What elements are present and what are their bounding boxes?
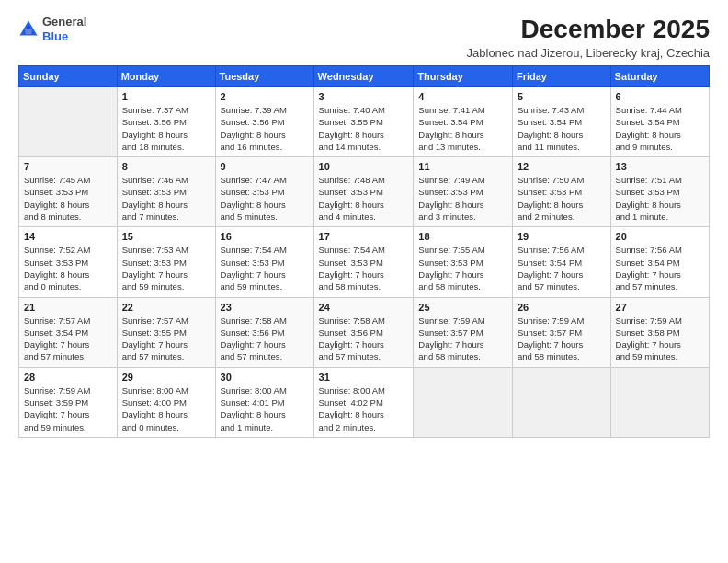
day-cell: 29Sunrise: 8:00 AMSunset: 4:00 PMDayligh… (117, 367, 215, 437)
day-number: 11 (418, 161, 507, 172)
day-number: 29 (122, 372, 210, 383)
day-number: 12 (518, 161, 606, 172)
day-number: 1 (122, 91, 210, 102)
day-info: Sunrise: 7:56 AMSunset: 3:54 PMDaylight:… (518, 244, 606, 293)
title-block: December 2025 Jablonec nad Jizerou, Libe… (467, 15, 710, 60)
day-info: Sunrise: 7:45 AMSunset: 3:53 PMDaylight:… (24, 174, 112, 223)
day-info: Sunrise: 7:46 AMSunset: 3:53 PMDaylight:… (122, 174, 210, 223)
day-cell: 14Sunrise: 7:52 AMSunset: 3:53 PMDayligh… (19, 227, 118, 297)
day-cell: 30Sunrise: 8:00 AMSunset: 4:01 PMDayligh… (215, 367, 313, 437)
day-number: 28 (24, 372, 112, 383)
day-number: 23 (221, 302, 309, 313)
day-number: 21 (24, 302, 112, 313)
col-header-friday: Friday (512, 66, 610, 87)
day-info: Sunrise: 7:59 AMSunset: 3:58 PMDaylight:… (616, 315, 704, 363)
col-header-thursday: Thursday (414, 66, 513, 87)
col-header-monday: Monday (117, 66, 215, 87)
day-info: Sunrise: 7:39 AMSunset: 3:56 PMDaylight:… (221, 104, 309, 153)
day-info: Sunrise: 7:50 AMSunset: 3:53 PMDaylight:… (518, 174, 606, 223)
day-cell: 13Sunrise: 7:51 AMSunset: 3:53 PMDayligh… (610, 157, 709, 227)
day-number: 4 (418, 91, 507, 102)
day-cell: 25Sunrise: 7:59 AMSunset: 3:57 PMDayligh… (414, 297, 513, 367)
day-cell: 24Sunrise: 7:58 AMSunset: 3:56 PMDayligh… (313, 297, 414, 367)
day-number: 10 (319, 161, 409, 172)
day-info: Sunrise: 7:53 AMSunset: 3:53 PMDaylight:… (122, 244, 210, 293)
day-cell: 16Sunrise: 7:54 AMSunset: 3:53 PMDayligh… (215, 227, 313, 297)
calendar-table: SundayMondayTuesdayWednesdayThursdayFrid… (18, 65, 710, 438)
header: General Blue December 2025 Jablonec nad … (18, 15, 710, 60)
day-number: 24 (319, 302, 409, 313)
day-number: 26 (518, 302, 606, 313)
day-number: 18 (418, 231, 507, 242)
day-info: Sunrise: 7:56 AMSunset: 3:54 PMDaylight:… (616, 244, 704, 293)
day-info: Sunrise: 8:00 AMSunset: 4:00 PMDaylight:… (122, 385, 210, 433)
day-cell: 12Sunrise: 7:50 AMSunset: 3:53 PMDayligh… (512, 157, 610, 227)
main-title: December 2025 (467, 15, 710, 44)
day-cell: 3Sunrise: 7:40 AMSunset: 3:55 PMDaylight… (313, 87, 414, 157)
day-number: 31 (319, 372, 409, 383)
logo-icon (18, 19, 39, 40)
day-info: Sunrise: 7:52 AMSunset: 3:53 PMDaylight:… (24, 244, 112, 293)
day-cell: 20Sunrise: 7:56 AMSunset: 3:54 PMDayligh… (610, 227, 709, 297)
day-cell: 9Sunrise: 7:47 AMSunset: 3:53 PMDaylight… (215, 157, 313, 227)
calendar-body: 1Sunrise: 7:37 AMSunset: 3:56 PMDaylight… (19, 87, 710, 438)
col-header-wednesday: Wednesday (313, 66, 414, 87)
day-cell: 27Sunrise: 7:59 AMSunset: 3:58 PMDayligh… (610, 297, 709, 367)
day-number: 2 (221, 91, 309, 102)
col-header-tuesday: Tuesday (215, 66, 313, 87)
day-cell (610, 367, 709, 437)
day-cell: 11Sunrise: 7:49 AMSunset: 3:53 PMDayligh… (414, 157, 513, 227)
day-cell: 4Sunrise: 7:41 AMSunset: 3:54 PMDaylight… (414, 87, 513, 157)
day-number: 27 (616, 302, 704, 313)
day-info: Sunrise: 7:55 AMSunset: 3:53 PMDaylight:… (418, 244, 507, 293)
day-info: Sunrise: 7:59 AMSunset: 3:57 PMDaylight:… (418, 315, 507, 363)
day-info: Sunrise: 7:51 AMSunset: 3:53 PMDaylight:… (616, 174, 704, 223)
day-cell (19, 87, 118, 157)
page: General Blue December 2025 Jablonec nad … (0, 0, 728, 563)
day-info: Sunrise: 7:37 AMSunset: 3:56 PMDaylight:… (122, 104, 210, 153)
day-cell: 21Sunrise: 7:57 AMSunset: 3:54 PMDayligh… (19, 297, 118, 367)
day-info: Sunrise: 7:44 AMSunset: 3:54 PMDaylight:… (616, 104, 704, 153)
col-header-sunday: Sunday (19, 66, 118, 87)
day-cell: 18Sunrise: 7:55 AMSunset: 3:53 PMDayligh… (414, 227, 513, 297)
day-info: Sunrise: 7:59 AMSunset: 3:59 PMDaylight:… (24, 385, 112, 433)
day-info: Sunrise: 7:57 AMSunset: 3:55 PMDaylight:… (122, 315, 210, 363)
subtitle: Jablonec nad Jizerou, Liberecky kraj, Cz… (467, 46, 710, 60)
header-row: SundayMondayTuesdayWednesdayThursdayFrid… (19, 66, 710, 87)
day-cell: 1Sunrise: 7:37 AMSunset: 3:56 PMDaylight… (117, 87, 215, 157)
day-number: 6 (616, 91, 704, 102)
day-cell (512, 367, 610, 437)
day-info: Sunrise: 7:54 AMSunset: 3:53 PMDaylight:… (319, 244, 409, 293)
day-number: 9 (221, 161, 309, 172)
day-info: Sunrise: 7:58 AMSunset: 3:56 PMDaylight:… (319, 315, 409, 363)
day-cell: 28Sunrise: 7:59 AMSunset: 3:59 PMDayligh… (19, 367, 118, 437)
day-number: 30 (221, 372, 309, 383)
day-cell: 6Sunrise: 7:44 AMSunset: 3:54 PMDaylight… (610, 87, 709, 157)
day-info: Sunrise: 7:57 AMSunset: 3:54 PMDaylight:… (24, 315, 112, 363)
week-row-5: 28Sunrise: 7:59 AMSunset: 3:59 PMDayligh… (19, 367, 710, 437)
day-cell: 31Sunrise: 8:00 AMSunset: 4:02 PMDayligh… (313, 367, 414, 437)
day-number: 7 (24, 161, 112, 172)
day-number: 20 (616, 231, 704, 242)
day-cell: 2Sunrise: 7:39 AMSunset: 3:56 PMDaylight… (215, 87, 313, 157)
day-number: 19 (518, 231, 606, 242)
day-number: 8 (122, 161, 210, 172)
logo-text: General Blue (42, 15, 86, 43)
logo: General Blue (18, 15, 86, 43)
day-cell: 15Sunrise: 7:53 AMSunset: 3:53 PMDayligh… (117, 227, 215, 297)
day-cell: 19Sunrise: 7:56 AMSunset: 3:54 PMDayligh… (512, 227, 610, 297)
day-number: 22 (122, 302, 210, 313)
day-number: 17 (319, 231, 409, 242)
day-cell: 7Sunrise: 7:45 AMSunset: 3:53 PMDaylight… (19, 157, 118, 227)
day-number: 5 (518, 91, 606, 102)
day-info: Sunrise: 7:48 AMSunset: 3:53 PMDaylight:… (319, 174, 409, 223)
week-row-3: 14Sunrise: 7:52 AMSunset: 3:53 PMDayligh… (19, 227, 710, 297)
day-number: 13 (616, 161, 704, 172)
week-row-4: 21Sunrise: 7:57 AMSunset: 3:54 PMDayligh… (19, 297, 710, 367)
day-info: Sunrise: 7:43 AMSunset: 3:54 PMDaylight:… (518, 104, 606, 153)
day-info: Sunrise: 7:54 AMSunset: 3:53 PMDaylight:… (221, 244, 309, 293)
day-cell: 10Sunrise: 7:48 AMSunset: 3:53 PMDayligh… (313, 157, 414, 227)
day-info: Sunrise: 8:00 AMSunset: 4:01 PMDaylight:… (221, 385, 309, 433)
day-cell: 8Sunrise: 7:46 AMSunset: 3:53 PMDaylight… (117, 157, 215, 227)
day-cell: 17Sunrise: 7:54 AMSunset: 3:53 PMDayligh… (313, 227, 414, 297)
